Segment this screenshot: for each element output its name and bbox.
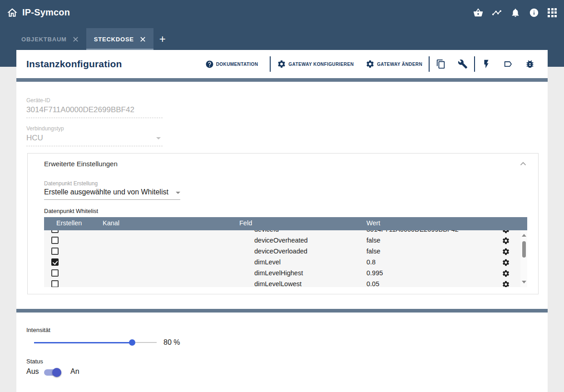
column-header-feld: Feld <box>239 219 252 227</box>
table-header: Erstellen Kanal Feld Wert <box>44 217 527 230</box>
table-row: deviceOverloadedfalse <box>44 246 520 257</box>
scroll-up-icon[interactable] <box>522 234 526 237</box>
slider-thumb[interactable] <box>129 339 135 346</box>
app-header: IP-Symcon <box>0 0 564 25</box>
tab-objektbaum[interactable]: OBJEKTBAUM <box>14 28 86 50</box>
row-field: dimLevel <box>254 258 281 266</box>
whitelist-table: Erstellen Kanal Feld Wert deviceId3014F7… <box>44 217 527 287</box>
documentation-button[interactable]: DOKUMENTATION <box>205 60 258 69</box>
info-icon[interactable] <box>529 8 539 18</box>
row-settings-button[interactable] <box>502 248 510 256</box>
status-on-label: An <box>70 367 79 376</box>
table-scrollbar[interactable] <box>520 230 527 287</box>
datapoint-creation-select[interactable]: Erstelle ausgewählte und von Whitelist <box>44 188 180 200</box>
row-checkbox[interactable] <box>51 248 59 255</box>
tab-label: STECKDOSE <box>94 36 134 43</box>
panel-title: Erweiterte Einstellungen <box>44 160 118 168</box>
gateway-configure-button[interactable]: GATEWAY KONFIGURIEREN <box>277 60 354 69</box>
intensity-slider[interactable] <box>34 339 157 346</box>
row-checkbox[interactable] <box>51 269 59 277</box>
row-settings-button[interactable] <box>502 258 510 267</box>
chevron-up-icon[interactable] <box>518 159 528 169</box>
basket-icon[interactable] <box>473 8 483 18</box>
toolbar-separator <box>429 56 430 72</box>
gear-icon <box>366 60 375 69</box>
column-header-kanal: Kanal <box>103 219 119 227</box>
gateway-change-label: GATEWAY ÄNDERN <box>377 62 422 67</box>
home-icon[interactable] <box>6 7 18 19</box>
documentation-label: DOKUMENTATION <box>216 62 258 67</box>
row-value: false <box>366 237 381 244</box>
apps-icon[interactable] <box>548 8 557 17</box>
connection-type-label: Verbindungstyp <box>26 125 163 132</box>
gateway-change-button[interactable]: GATEWAY ÄNDERN <box>366 60 422 69</box>
row-field: deviceOverheated <box>254 237 308 244</box>
connection-type-select: HCU <box>26 134 163 146</box>
header-actions <box>473 8 557 18</box>
bug-icon[interactable] <box>525 59 535 69</box>
row-settings-button[interactable] <box>502 237 510 245</box>
row-settings-button[interactable] <box>502 280 510 287</box>
slider-fill <box>34 342 132 343</box>
row-field: deviceOverloaded <box>254 248 307 255</box>
table-row: dimLevelHighest0.995 <box>44 268 520 279</box>
help-icon <box>205 60 214 69</box>
status-toggle[interactable] <box>44 369 61 376</box>
whitelist-label: Datenpunkt Whitelist <box>44 208 98 214</box>
section-divider <box>16 78 548 82</box>
status-off-label: Aus <box>26 367 39 376</box>
copy-icon[interactable] <box>436 59 446 69</box>
toolbar-separator <box>270 56 271 72</box>
status-label: Status <box>26 358 43 365</box>
connection-type-value: HCU <box>26 134 43 142</box>
column-header-erstellen: Erstellen <box>56 219 82 227</box>
toggle-thumb[interactable] <box>52 368 61 377</box>
datapoint-creation-label: Datenpunkt Erstellung <box>44 180 98 187</box>
table-row: deviceOverheatedfalse <box>44 235 520 246</box>
row-value: 0.995 <box>366 269 383 277</box>
close-icon[interactable] <box>140 36 146 42</box>
add-tab-button[interactable]: + <box>153 28 172 50</box>
row-checkbox[interactable] <box>51 237 59 244</box>
row-checkbox[interactable] <box>51 230 59 233</box>
row-checkbox[interactable] <box>51 280 59 287</box>
wrench-icon[interactable] <box>458 59 468 69</box>
row-field: dimLevelLowest <box>254 280 302 287</box>
flash-icon[interactable] <box>481 59 491 69</box>
device-id-value: 3014F711A0000DE2699BBF42 <box>26 105 163 118</box>
gateway-configure-label: GATEWAY KONFIGURIEREN <box>288 62 354 67</box>
advanced-settings-panel: Erweiterte Einstellungen Datenpunkt Erst… <box>27 153 539 294</box>
row-value: false <box>366 248 381 255</box>
intensity-value: 80 % <box>163 338 180 347</box>
tab-steckdose[interactable]: STECKDOSE <box>86 28 153 50</box>
row-field: deviceId <box>254 230 279 233</box>
table-row: dimLevel0.8 <box>44 257 520 268</box>
gear-icon <box>277 60 286 69</box>
section-divider <box>16 309 548 313</box>
device-id-field: Geräte-ID 3014F711A0000DE2699BBF42 <box>26 97 163 118</box>
scroll-down-icon[interactable] <box>522 281 526 283</box>
chevron-down-icon <box>176 192 180 194</box>
table-body: deviceId3014F711A0000DE2699BBF42deviceOv… <box>44 230 527 287</box>
notifications-icon[interactable] <box>510 8 520 18</box>
device-id-label: Geräte-ID <box>26 97 163 104</box>
timeline-icon[interactable] <box>492 8 502 18</box>
label-icon[interactable] <box>503 59 513 69</box>
table-row: dimLevelLowest0.05 <box>44 279 520 287</box>
row-settings-button[interactable] <box>502 230 510 234</box>
page-title: Instanzkonfiguration <box>26 59 122 69</box>
connection-type-field: Verbindungstyp HCU <box>26 125 163 146</box>
content-card: Instanzkonfiguration DOKUMENTATION GATEW… <box>16 50 548 392</box>
datapoint-creation-value: Erstelle ausgewählte und von Whitelist <box>44 188 168 196</box>
intensity-label: Intensität <box>26 327 50 333</box>
row-settings-button[interactable] <box>502 269 510 278</box>
column-header-wert: Wert <box>366 219 380 227</box>
toolbar-separator <box>474 56 475 72</box>
row-value: 0.8 <box>366 258 376 266</box>
scrollbar-thumb[interactable] <box>522 241 526 258</box>
row-checkbox[interactable] <box>51 258 59 266</box>
row-value: 3014F711A0000DE2699BBF42 <box>366 230 459 233</box>
app-title: IP-Symcon <box>22 7 70 18</box>
row-value: 0.05 <box>366 280 379 287</box>
close-icon[interactable] <box>73 36 79 42</box>
